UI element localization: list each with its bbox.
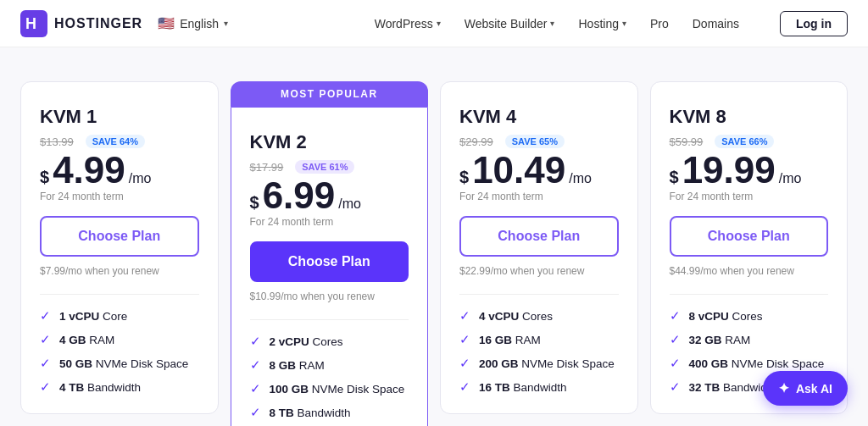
term-text: For 24 month term [40,191,199,202]
price-meta-row: $29.99 SAVE 65% [459,135,619,148]
save-badge: SAVE 66% [715,135,774,148]
plan-name: KVM 2 [250,131,409,153]
feature-text: 16 TB Bandwidth [479,381,567,394]
check-icon: ✓ [459,379,470,395]
old-price: $59.99 [670,136,704,148]
price-row: $ 10.49 /mo [459,152,619,189]
feature-text: 200 GB NVMe Disk Space [479,357,615,370]
popular-banner: MOST POPULAR [231,81,429,107]
price-row: $ 6.99 /mo [250,177,409,214]
price-meta-row: $13.99 SAVE 64% [40,135,199,148]
feature-text: 8 TB Bandwidth [270,407,351,419]
feature-item: ✓ 4 vCPU Cores [459,308,619,324]
price-row: $ 19.99 /mo [670,152,829,189]
feature-item: ✓ 400 GB NVMe Disk Space [670,356,829,371]
feature-item: ✓ 4 TB Bandwidth [40,379,199,395]
choose-plan-button[interactable]: Choose Plan [459,216,619,257]
divider [40,294,199,295]
price-meta-row: $59.99 SAVE 66% [670,135,829,148]
plan-name: KVM 4 [459,106,619,128]
choose-plan-button[interactable]: Choose Plan [670,216,829,257]
divider [459,294,619,295]
price-meta-row: $17.99 SAVE 61% [250,160,409,174]
choose-plan-button[interactable]: Choose Plan [250,241,409,282]
check-icon: ✓ [459,332,470,347]
check-icon: ✓ [250,405,261,420]
check-icon: ✓ [670,356,681,371]
price-mo: /mo [779,171,802,186]
check-icon: ✓ [40,308,51,324]
term-text: For 24 month term [670,191,829,202]
check-icon: ✓ [459,308,470,324]
old-price: $17.99 [250,161,284,174]
main-nav: WordPress ▾ Website Builder ▾ Hosting ▾ … [375,11,848,36]
price-mo: /mo [129,171,152,186]
feature-text: 2 vCPU Cores [270,335,343,348]
price-main: 10.49 [472,152,565,189]
main-content: KVM 1 $13.99 SAVE 64% $ 4.99 /mo For 24 … [0,47,868,426]
lang-chevron-icon: ▾ [224,19,228,28]
ask-ai-button[interactable]: ✦ Ask AI [763,371,848,406]
pricing-cards-row: KVM 1 $13.99 SAVE 64% $ 4.99 /mo For 24 … [20,81,848,426]
feature-item: ✓ 32 GB RAM [670,332,829,347]
term-text: For 24 month term [250,216,409,228]
renew-text: $7.99/mo when you renew [40,265,199,277]
feature-text: 8 GB RAM [270,359,325,372]
feature-list: ✓ 4 vCPU Cores ✓ 16 GB RAM ✓ 200 GB NVMe… [459,308,619,395]
feature-item: ✓ 8 TB Bandwidth [250,405,409,420]
header: H HOSTINGER 🇺🇸 English ▾ WordPress ▾ Web… [0,0,868,47]
plan-card-kvm2: KVM 2 $17.99 SAVE 61% $ 6.99 /mo For 24 … [231,107,429,426]
feature-item: ✓ 1 vCPU Core [40,308,199,324]
save-badge: SAVE 65% [505,135,565,148]
logo-text: HOSTINGER [54,16,142,31]
sparkle-icon: ✦ [778,380,789,396]
nav-wordpress[interactable]: WordPress ▾ [375,17,441,30]
divider [250,319,409,320]
login-button[interactable]: Log in [780,11,848,36]
feature-list: ✓ 2 vCPU Cores ✓ 8 GB RAM ✓ 100 GB NVMe … [250,334,409,420]
renew-text: $44.99/mo when you renew [670,265,829,277]
old-price: $29.99 [459,136,493,148]
ask-ai-label: Ask AI [796,382,832,396]
nav-pro[interactable]: Pro [650,17,669,30]
price-main: 6.99 [263,177,336,214]
feature-text: 400 GB NVMe Disk Space [689,357,825,370]
price-mo: /mo [338,196,361,212]
logo[interactable]: H HOSTINGER [20,10,142,37]
hosting-chevron-icon: ▾ [622,19,626,28]
feature-item: ✓ 16 TB Bandwidth [459,379,619,395]
price-main: 4.99 [53,152,125,189]
check-icon: ✓ [40,332,51,347]
price-row: $ 4.99 /mo [40,152,199,189]
feature-item: ✓ 8 GB RAM [250,357,409,373]
plan-name: KVM 8 [670,106,829,128]
check-icon: ✓ [40,356,51,371]
check-icon: ✓ [40,379,51,395]
plan-card-kvm4: KVM 4 $29.99 SAVE 65% $ 10.49 /mo For 24… [440,81,638,414]
plan-card-kvm1: KVM 1 $13.99 SAVE 64% $ 4.99 /mo For 24 … [20,81,219,414]
nav-hosting[interactable]: Hosting ▾ [578,17,626,30]
feature-text: 4 vCPU Cores [479,310,553,323]
wordpress-chevron-icon: ▾ [437,19,441,28]
flag-icon: 🇺🇸 [158,15,175,31]
feature-item: ✓ 2 vCPU Cores [250,334,409,349]
nav-website-builder[interactable]: Website Builder ▾ [465,17,555,30]
feature-text: 32 GB RAM [689,334,751,346]
check-icon: ✓ [670,379,681,395]
price-dollar: $ [40,169,49,185]
check-icon: ✓ [250,334,261,349]
feature-item: ✓ 200 GB NVMe Disk Space [459,356,619,371]
feature-list: ✓ 1 vCPU Core ✓ 4 GB RAM ✓ 50 GB NVMe Di… [40,308,199,395]
price-mo: /mo [569,171,592,186]
feature-item: ✓ 100 GB NVMe Disk Space [250,381,409,396]
feature-item: ✓ 50 GB NVMe Disk Space [40,356,199,371]
nav-domains[interactable]: Domains [693,17,739,30]
check-icon: ✓ [670,332,681,347]
language-selector[interactable]: 🇺🇸 English ▾ [158,15,228,31]
save-badge: SAVE 61% [295,160,354,174]
choose-plan-button[interactable]: Choose Plan [40,216,199,257]
renew-text: $10.99/mo when you renew [250,290,409,302]
check-icon: ✓ [459,356,470,371]
renew-text: $22.99/mo when you renew [459,265,619,277]
website-builder-chevron-icon: ▾ [550,19,554,28]
